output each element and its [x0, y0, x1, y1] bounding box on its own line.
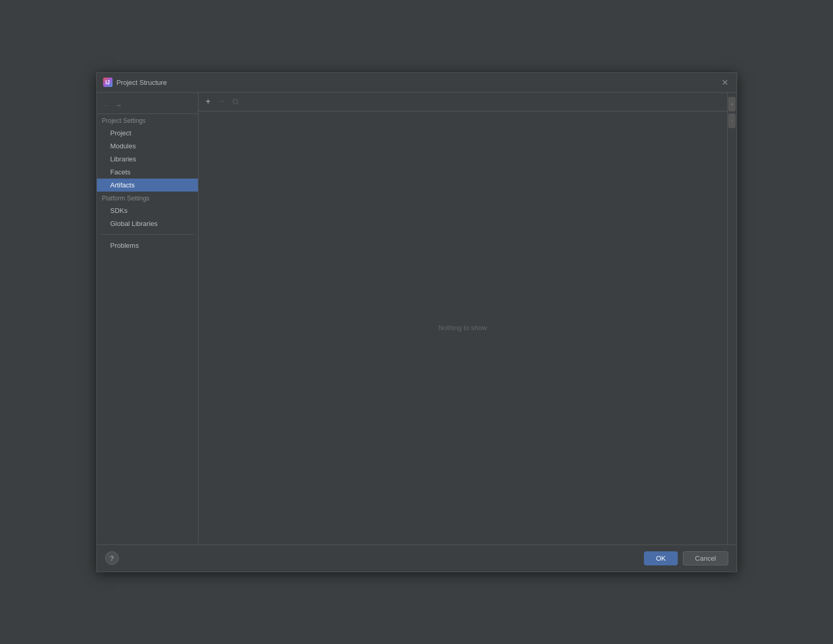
sidebar-item-artifacts[interactable]: Artifacts — [97, 179, 198, 192]
main-content: + − ⧉ Nothing to show — [198, 93, 727, 545]
right-panel: › · — [727, 93, 737, 545]
footer-buttons: OK Cancel — [644, 551, 728, 565]
title-bar: IJ Project Structure ✕ — [97, 73, 737, 93]
sidebar-item-problems[interactable]: Problems — [97, 239, 198, 252]
sidebar-item-modules[interactable]: Modules — [97, 140, 198, 153]
sidebar-item-sdks[interactable]: SDKs — [97, 204, 198, 217]
help-button[interactable]: ? — [105, 551, 119, 565]
dialog-footer: ? OK Cancel — [97, 545, 737, 572]
nav-back-bar: ← → — [97, 97, 198, 114]
ok-button[interactable]: OK — [644, 551, 678, 565]
close-button[interactable]: ✕ — [720, 77, 730, 87]
collapse-button-2[interactable]: · — [728, 113, 736, 128]
add-button[interactable]: + — [203, 96, 214, 107]
sidebar-item-facets[interactable]: Facets — [97, 166, 198, 179]
copy-button[interactable]: ⧉ — [230, 96, 241, 107]
sidebar: ← → Project Settings Project Modules Lib… — [97, 93, 198, 545]
cancel-button[interactable]: Cancel — [683, 551, 728, 565]
dialog-title: Project Structure — [117, 79, 716, 86]
sidebar-divider — [101, 234, 194, 235]
sidebar-item-project[interactable]: Project — [97, 127, 198, 140]
toolbar: + − ⧉ — [198, 93, 727, 111]
content-area: Nothing to show — [198, 111, 727, 545]
project-settings-header: Project Settings — [97, 114, 198, 127]
forward-button[interactable]: → — [114, 100, 124, 110]
app-icon: IJ — [103, 78, 113, 87]
dialog-body: ← → Project Settings Project Modules Lib… — [97, 93, 737, 545]
collapse-button[interactable]: › — [728, 97, 736, 111]
sidebar-item-libraries[interactable]: Libraries — [97, 153, 198, 166]
back-button[interactable]: ← — [101, 100, 111, 110]
project-structure-dialog: IJ Project Structure ✕ ← → Project Setti… — [96, 72, 737, 572]
remove-button[interactable]: − — [216, 96, 228, 107]
platform-settings-header: Platform Settings — [97, 192, 198, 204]
sidebar-item-global-libraries[interactable]: Global Libraries — [97, 217, 198, 230]
empty-message: Nothing to show — [438, 324, 487, 332]
